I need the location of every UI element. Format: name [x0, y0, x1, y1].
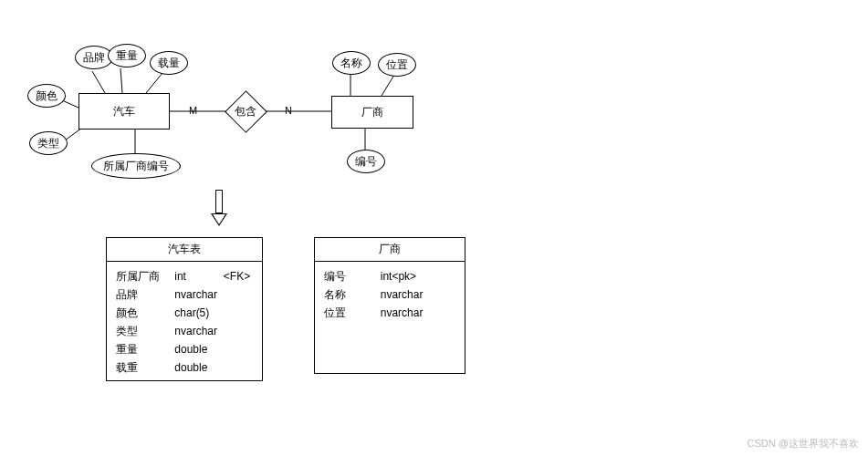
attr-type-label: 类型: [37, 136, 59, 151]
svg-line-4: [65, 128, 82, 140]
table-factory-title: 厂商: [315, 238, 465, 262]
attr-fk: 所属厂商编号: [91, 153, 181, 179]
attr-brand-label: 品牌: [83, 50, 105, 66]
attr-fname: 名称: [332, 51, 371, 75]
svg-line-9: [382, 75, 394, 96]
attr-fid-label: 编号: [355, 154, 377, 170]
table-factory: 厂商 编号int<pk> 名称nvarchar 位置nvarchar: [314, 237, 465, 374]
attr-flocation-label: 位置: [386, 57, 408, 73]
attr-fk-label: 所属厂商编号: [103, 159, 169, 174]
table-car-body: 所属厂商int<FK> 品牌nvarchar 颜色char(5) 类型nvarc…: [107, 262, 262, 382]
table-row: 品牌nvarchar: [116, 285, 253, 304]
attr-type: 类型: [29, 131, 68, 155]
svg-line-0: [92, 71, 105, 93]
attr-load: 载量: [150, 51, 188, 75]
down-arrow-icon: [211, 190, 227, 226]
rel-n-label: N: [285, 105, 292, 116]
rel-m-label: M: [189, 105, 197, 116]
attr-fname-label: 名称: [340, 56, 362, 71]
attr-color: 颜色: [27, 84, 66, 108]
attr-color-label: 颜色: [36, 88, 58, 104]
relationship-diamond: 包含: [225, 91, 266, 131]
attr-weight: 重量: [108, 44, 146, 67]
attr-weight-label: 重量: [116, 48, 138, 64]
table-row: 颜色char(5): [116, 304, 253, 322]
entity-car: 汽车: [78, 93, 170, 130]
svg-line-3: [62, 100, 78, 108]
watermark: CSDN @这世界我不喜欢: [748, 437, 859, 451]
entity-car-label: 汽车: [113, 104, 135, 119]
entity-factory-label: 厂商: [361, 105, 383, 120]
table-factory-body: 编号int<pk> 名称nvarchar 位置nvarchar: [315, 262, 465, 327]
table-car: 汽车表 所属厂商int<FK> 品牌nvarchar 颜色char(5) 类型n…: [106, 237, 263, 381]
table-row: 重量double: [116, 340, 253, 358]
svg-line-2: [146, 73, 162, 93]
attr-fid: 编号: [347, 150, 385, 173]
er-connectors: [0, 0, 868, 456]
relationship-label: 包含: [235, 104, 256, 119]
attr-load-label: 载量: [158, 56, 180, 71]
table-row: 位置nvarchar: [324, 304, 455, 322]
attr-flocation: 位置: [378, 53, 416, 77]
table-row: 载重double: [116, 358, 253, 377]
table-row: 所属厂商int<FK>: [116, 267, 253, 285]
table-row: 编号int<pk>: [324, 267, 455, 285]
table-row: 类型nvarchar: [116, 322, 253, 340]
entity-factory: 厂商: [331, 96, 413, 129]
svg-line-1: [120, 68, 122, 93]
table-car-title: 汽车表: [107, 238, 262, 262]
table-row: 名称nvarchar: [324, 285, 455, 304]
